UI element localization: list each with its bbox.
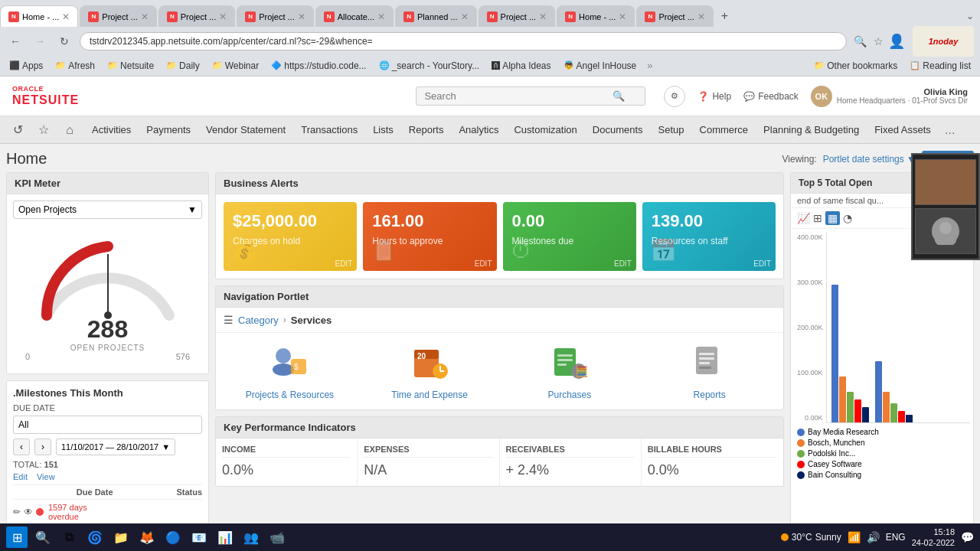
bar-g1-b5[interactable] [862,407,869,422]
alert-hours-edit[interactable]: EDIT [475,259,492,268]
nav-back-icon[interactable]: ↺ [6,119,29,142]
bar-g1-b1[interactable] [831,285,838,422]
taskbar-zoom-icon[interactable]: 📹 [266,527,288,548]
taskbar-chrome-icon[interactable]: 🔵 [162,527,184,548]
portlet-item-projects[interactable]: $ Projects & Resources [224,342,356,400]
tab-5[interactable]: N Allocate... ✕ [315,5,394,27]
nav-analytics[interactable]: Analytics [451,116,506,144]
url-bar[interactable]: tstdrv2012345.app.netsuite.com/app/cente… [80,32,847,51]
tab-2[interactable]: N Project ... ✕ [80,5,156,27]
date-range-select[interactable]: 11/10/2017 — 28/10/2017 ▼ [56,439,175,455]
tab-7[interactable]: N Project ... ✕ [479,5,555,27]
search-icon[interactable]: 🔍 [853,34,867,48]
nav-transactions[interactable]: Transactions [293,116,365,144]
forward-button[interactable]: → [31,32,49,51]
nav-reports[interactable]: Reports [401,116,452,144]
taskbar-network-icon[interactable]: 📶 [848,531,861,543]
alert-milestones-edit[interactable]: EDIT [614,259,632,268]
alert-resources-edit[interactable]: EDIT [753,259,771,268]
view-link[interactable]: View [37,472,55,481]
nav-fixed-assets[interactable]: Fixed Assets [867,116,939,144]
language-indicator[interactable]: ENG [886,532,906,543]
nav-commerce[interactable]: Commerce [692,116,756,144]
alert-charges-edit[interactable]: EDIT [335,259,352,268]
tab-list-button[interactable]: ⌄ [966,11,974,21]
search-box[interactable]: 🔍 [416,86,645,106]
bookmark-apps[interactable]: ⬛ Apps [6,59,46,73]
taskbar-edge-icon[interactable]: 🌀 [84,527,106,548]
bar-g1-b4[interactable] [854,399,861,422]
bar-chart-icon[interactable]: ▦ [825,211,840,225]
profile-icon[interactable]: 👤 [890,34,903,48]
tab-5-close[interactable]: ✕ [377,11,385,22]
nav-more-icon[interactable]: … [939,116,962,144]
bookmark-studio[interactable]: 🔷 https://studio.code... [268,59,369,73]
portlet-date-settings-link[interactable]: Portlet date settings ▼ [823,154,916,165]
settings-icon[interactable]: ⚙ [664,86,685,107]
bookmark-angel[interactable]: 👼 Angel InHouse [560,59,640,73]
view-icon[interactable]: 👁 [24,507,33,517]
nav-star-icon[interactable]: ☆ [32,119,55,142]
breadcrumb-category[interactable]: Category [238,315,279,326]
tab-1[interactable]: N Home - ... ✕ [0,5,78,27]
notification-icon[interactable]: 💬 [961,531,974,543]
edit-link[interactable]: Edit [13,472,28,481]
line-chart-icon[interactable]: 📈 [797,212,810,224]
kpi-open-projects-select[interactable]: Open Projects ▼ [13,201,202,219]
date-prev-button[interactable]: ‹ [13,439,30,455]
nav-vendor[interactable]: Vendor Statement [198,116,293,144]
taskbar-outlook-icon[interactable]: 📧 [188,527,210,548]
tab-6-close[interactable]: ✕ [461,11,469,22]
nav-planning[interactable]: Planning & Budgeting [756,116,867,144]
feedback-link[interactable]: 💬 Feedback [743,91,799,102]
bar-g2-b4[interactable] [898,411,905,422]
tab-9[interactable]: N Project ... ✕ [636,5,713,27]
breadcrumb-services[interactable]: Services [291,315,332,326]
nav-payments[interactable]: Payments [139,116,198,144]
taskbar-search-icon[interactable]: 🔍 [32,527,54,548]
due-date-input[interactable] [13,416,202,434]
tab-6[interactable]: N Planned ... ✕ [395,5,477,27]
taskbar-volume-icon[interactable]: 🔊 [867,531,880,543]
tab-3[interactable]: N Project ... ✕ [158,5,235,27]
bar-g2-b3[interactable] [890,403,897,422]
bookmark-reading[interactable]: 📋 Reading list [906,59,974,73]
bookmark-afresh[interactable]: 📁 Afresh [52,59,98,73]
date-next-button[interactable]: › [34,439,51,455]
nav-home-icon[interactable]: ⌂ [58,119,81,142]
nav-customization[interactable]: Customization [506,116,584,144]
grouped-bar-icon[interactable]: ⊞ [813,212,822,224]
bar-g1-b2[interactable] [839,377,846,422]
bookmark-other[interactable]: 📁 Other bookmarks [811,59,900,73]
portlet-item-purchases[interactable]: 🧮 Purchases [504,342,636,400]
bookmark-star-icon[interactable]: ☆ [871,34,885,48]
new-tab-button[interactable]: + [715,9,734,23]
taskbar-folder-icon[interactable]: 📁 [110,527,132,548]
tab-3-close[interactable]: ✕ [219,11,227,22]
bar-g2-b1[interactable] [875,361,882,422]
bar-g2-b2[interactable] [883,392,890,422]
bar-g1-b3[interactable] [847,392,854,422]
bookmark-netsuite[interactable]: 📁 Netsuite [104,59,157,73]
tab-2-close[interactable]: ✕ [141,11,149,22]
tab-9-close[interactable]: ✕ [697,11,705,22]
tab-4[interactable]: N Project ... ✕ [237,5,313,27]
tab-1-close[interactable]: ✕ [62,11,70,22]
bookmark-daily[interactable]: 📁 Daily [163,59,203,73]
user-profile[interactable]: OK Olivia King Home Headquarters · 01-Pr… [811,86,968,107]
edit-icon[interactable]: ✏ [13,507,21,517]
back-button[interactable]: ← [6,32,24,51]
nav-setup[interactable]: Setup [651,116,692,144]
taskbar-task-view-icon[interactable]: ⧉ [58,527,80,548]
start-button[interactable]: ⊞ [6,527,28,548]
reload-button[interactable]: ↻ [55,32,74,51]
nav-activities[interactable]: Activities [84,116,139,144]
tab-8[interactable]: N Home - ... ✕ [557,5,635,27]
bookmark-webinar[interactable]: 📁 Webinar [209,59,262,73]
tab-8-close[interactable]: ✕ [619,11,626,22]
portlet-item-reports[interactable]: Reports [643,342,776,400]
taskbar-powerpoint-icon[interactable]: 📊 [214,527,236,548]
bookmark-alpha-ideas[interactable]: 🅰 Alpha Ideas [488,59,554,73]
nav-documents[interactable]: Documents [585,116,651,144]
taskbar-teams-icon[interactable]: 👥 [240,527,262,548]
